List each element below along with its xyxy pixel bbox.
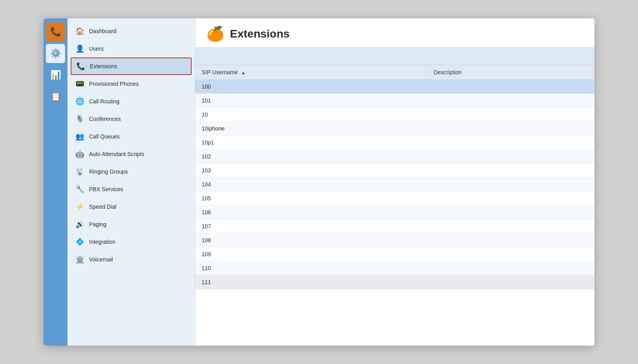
sidebar-item-label-call-routing: Call Routing bbox=[89, 98, 119, 105]
cell-description bbox=[427, 220, 594, 233]
settings-rail-icon[interactable]: ⚙️ bbox=[46, 44, 65, 63]
table-row[interactable]: 109 bbox=[195, 247, 594, 261]
cell-description bbox=[427, 136, 594, 150]
cell-description bbox=[427, 247, 594, 261]
paging-icon: 🔊 bbox=[75, 219, 85, 229]
table-row[interactable]: 107 bbox=[195, 220, 594, 233]
integration-icon: 💠 bbox=[75, 237, 85, 247]
table-row[interactable]: 102 bbox=[195, 150, 594, 164]
sidebar-item-label-users: Users bbox=[89, 46, 104, 52]
sidebar-item-conferences[interactable]: 🎙️Conferences bbox=[67, 110, 195, 128]
notes-rail-icon[interactable]: 📋 bbox=[46, 87, 65, 106]
table-row[interactable]: 111 bbox=[195, 275, 594, 289]
sidebar-item-label-dashboard: Dashboard bbox=[89, 28, 117, 34]
sidebar-item-call-queues[interactable]: 👥Call Queues bbox=[67, 128, 195, 145]
cell-sip-username: 100 bbox=[195, 80, 427, 94]
page-header: 🍊 Extensions bbox=[195, 18, 594, 47]
sidebar-item-label-provisioned-phones: Provisioned Phones bbox=[89, 81, 139, 87]
sidebar-item-auto-attendant[interactable]: 🤖Auto Attendant Scripts bbox=[67, 145, 195, 163]
sidebar-item-label-pbx-services: PBX Services bbox=[89, 186, 123, 192]
table-body: 1001011010iphone10p110210310410510610710… bbox=[195, 80, 594, 289]
table-header: SIP Username ▲ Description bbox=[195, 65, 594, 80]
cell-sip-username: 110 bbox=[195, 261, 427, 275]
table-row[interactable]: 10iphone bbox=[195, 122, 594, 136]
sidebar-item-label-extensions: Extensions bbox=[90, 63, 117, 69]
cell-description bbox=[427, 192, 594, 206]
cell-sip-username: 101 bbox=[195, 94, 427, 108]
cell-description bbox=[427, 261, 594, 275]
col-sip-username[interactable]: SIP Username ▲ bbox=[195, 65, 427, 80]
table-row[interactable]: 103 bbox=[195, 164, 594, 178]
table-row[interactable]: 10p1 bbox=[195, 136, 594, 150]
sidebar-item-label-conferences: Conferences bbox=[89, 116, 121, 122]
reports-rail-icon[interactable]: 📊 bbox=[46, 65, 65, 85]
cell-sip-username: 108 bbox=[195, 233, 427, 247]
auto-attendant-icon: 🤖 bbox=[75, 149, 85, 159]
cell-sip-username: 10p1 bbox=[195, 136, 427, 150]
users-icon: 👤 bbox=[75, 44, 85, 54]
cell-description bbox=[427, 122, 594, 136]
table-row[interactable]: 101 bbox=[195, 94, 594, 108]
cell-sip-username: 109 bbox=[195, 247, 427, 261]
icon-rail: 📞 ⚙️ 📊 📋 bbox=[44, 18, 67, 346]
sidebar-item-label-paging: Paging bbox=[89, 221, 107, 228]
dashboard-icon: 🏠 bbox=[75, 26, 85, 36]
table-row[interactable]: 104 bbox=[195, 178, 594, 192]
cell-description bbox=[427, 150, 594, 164]
cell-description bbox=[427, 206, 594, 220]
ringing-groups-icon: 📡 bbox=[75, 166, 85, 177]
page-title: Extensions bbox=[230, 28, 289, 40]
cell-sip-username: 111 bbox=[195, 275, 427, 289]
col-description: Description bbox=[427, 65, 594, 80]
sidebar: 🏠Dashboard👤Users📞Extensions📟Provisioned … bbox=[67, 18, 195, 346]
sort-arrow: ▲ bbox=[241, 70, 246, 75]
table-row[interactable]: 110 bbox=[195, 261, 594, 275]
sidebar-item-label-voicemail: Voicemail bbox=[89, 256, 113, 263]
sidebar-item-paging[interactable]: 🔊Paging bbox=[67, 216, 195, 233]
sidebar-item-provisioned-phones[interactable]: 📟Provisioned Phones bbox=[67, 75, 195, 93]
cell-sip-username: 10 bbox=[195, 108, 427, 122]
sidebar-item-label-auto-attendant: Auto Attendant Scripts bbox=[89, 151, 145, 157]
sidebar-item-call-routing[interactable]: 🌐Call Routing bbox=[67, 93, 195, 110]
table-row[interactable]: 10 bbox=[195, 108, 594, 122]
page-header-icon: 🍊 bbox=[206, 26, 224, 42]
cell-description bbox=[427, 94, 594, 108]
table-row[interactable]: 106 bbox=[195, 206, 594, 220]
table-row[interactable]: 108 bbox=[195, 233, 594, 247]
cell-sip-username: 106 bbox=[195, 206, 427, 220]
cell-description bbox=[427, 233, 594, 247]
toolbar-area bbox=[195, 47, 594, 65]
phone-rail-icon[interactable]: 📞 bbox=[46, 22, 65, 42]
sidebar-item-integration[interactable]: 💠Integration bbox=[67, 233, 195, 251]
sidebar-item-label-integration: Integration bbox=[89, 239, 115, 245]
table-row[interactable]: 100 bbox=[195, 80, 594, 94]
cell-sip-username: 102 bbox=[195, 150, 427, 164]
cell-sip-username: 105 bbox=[195, 192, 427, 206]
sidebar-item-label-call-queues: Call Queues bbox=[89, 133, 120, 140]
provisioned-phones-icon: 📟 bbox=[75, 79, 85, 89]
extensions-icon: 📞 bbox=[75, 61, 86, 71]
sidebar-item-extensions[interactable]: 📞Extensions bbox=[71, 57, 192, 75]
cell-sip-username: 104 bbox=[195, 178, 427, 192]
call-queues-icon: 👥 bbox=[75, 131, 85, 142]
sidebar-item-dashboard[interactable]: 🏠Dashboard bbox=[67, 22, 195, 40]
app-window: 📞 ⚙️ 📊 📋 🏠Dashboard👤Users📞Extensions📟Pro… bbox=[44, 18, 594, 346]
cell-sip-username: 10iphone bbox=[195, 122, 427, 136]
cell-sip-username: 107 bbox=[195, 220, 427, 233]
cell-description bbox=[427, 275, 594, 289]
sidebar-item-ringing-groups[interactable]: 📡Ringing Groups bbox=[67, 163, 195, 180]
sidebar-item-users[interactable]: 👤Users bbox=[67, 40, 195, 57]
sidebar-item-voicemail[interactable]: 🏛️Voicemail bbox=[67, 251, 195, 268]
sidebar-item-label-speed-dial: Speed Dial bbox=[89, 204, 117, 210]
sidebar-item-pbx-services[interactable]: 🔧PBX Services bbox=[67, 180, 195, 198]
conferences-icon: 🎙️ bbox=[75, 114, 85, 124]
call-routing-icon: 🌐 bbox=[75, 96, 85, 107]
main-content: 🍊 Extensions SIP Username ▲ Description bbox=[195, 18, 594, 346]
sidebar-item-speed-dial[interactable]: ⚡Speed Dial bbox=[67, 198, 195, 216]
sidebar-item-label-ringing-groups: Ringing Groups bbox=[89, 168, 128, 175]
table-container: SIP Username ▲ Description 1001011010iph… bbox=[195, 65, 594, 346]
table-row[interactable]: 105 bbox=[195, 192, 594, 206]
cell-description bbox=[427, 80, 594, 94]
extensions-table: SIP Username ▲ Description 1001011010iph… bbox=[195, 65, 594, 289]
cell-description bbox=[427, 178, 594, 192]
